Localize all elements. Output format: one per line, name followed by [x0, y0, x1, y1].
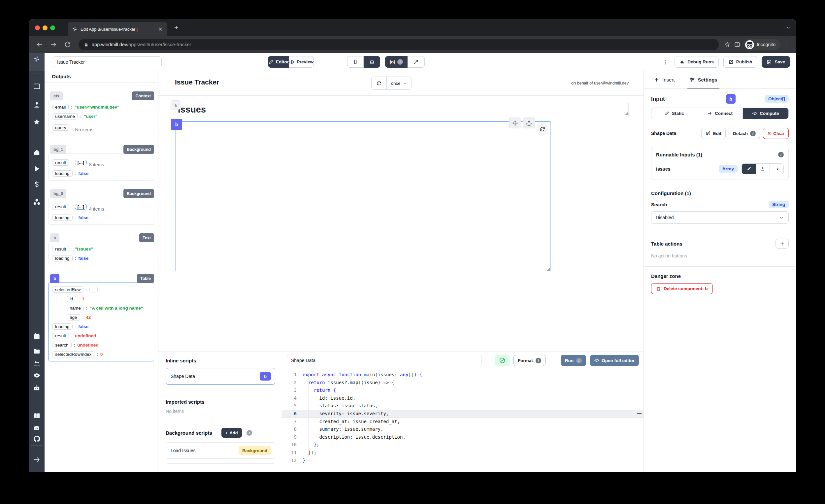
- table-component-b[interactable]: [175, 122, 550, 271]
- output-key[interactable]: username: [52, 113, 78, 120]
- refresh-app-button[interactable]: [371, 77, 387, 90]
- resources-icon[interactable]: [33, 198, 41, 206]
- workers-icon[interactable]: [33, 384, 41, 391]
- output-row[interactable]: result:[...]4 items ,: [52, 202, 150, 212]
- code-line[interactable]: 2 return issues?.map((issue) => {: [282, 379, 644, 387]
- forward-icon[interactable]: [50, 41, 57, 48]
- collapse-icon[interactable]: [33, 456, 41, 463]
- output-key[interactable]: selectedRow: [52, 286, 83, 293]
- code-line[interactable]: 4 id: issue.id,: [282, 394, 644, 402]
- code-line[interactable]: 12}: [282, 457, 644, 465]
- window-close-button[interactable]: [35, 25, 40, 30]
- tab-insert[interactable]: Insert: [654, 71, 675, 88]
- folders-icon[interactable]: [33, 347, 41, 355]
- output-row[interactable]: search:undefined: [52, 342, 150, 348]
- browser-menu-icon[interactable]: [783, 41, 790, 48]
- output-row[interactable]: selectedRowIndex:0: [52, 351, 150, 357]
- output-key[interactable]: result: [52, 246, 69, 252]
- resize-handle[interactable]: [547, 268, 550, 271]
- output-key[interactable]: loading: [52, 215, 73, 221]
- anchor-button[interactable]: [523, 118, 535, 128]
- expand-chip[interactable]: -: [89, 287, 98, 292]
- desktop-toggle[interactable]: [364, 56, 380, 68]
- tab-close-icon[interactable]: ✕: [158, 26, 163, 32]
- app-menu-icon[interactable]: [662, 59, 669, 65]
- refresh-mode-dropdown[interactable]: once: [387, 77, 411, 90]
- windmill-logo-icon[interactable]: [33, 55, 41, 63]
- clear-button[interactable]: ✕Clear: [763, 128, 789, 139]
- expand-chip[interactable]: [...]: [75, 204, 87, 210]
- groups-icon[interactable]: [33, 359, 41, 367]
- output-row[interactable]: query:No items: [52, 123, 150, 132]
- mode-static[interactable]: Static: [652, 108, 697, 119]
- code-line[interactable]: 11 });: [282, 449, 644, 457]
- code-line[interactable]: 9 description: issue.description,: [282, 433, 644, 441]
- expand-chip[interactable]: [...]: [75, 160, 87, 165]
- output-key[interactable]: selectedRowIndex: [52, 351, 94, 357]
- diff-toggle[interactable]: |o|i: [385, 56, 407, 68]
- runs-icon[interactable]: [33, 165, 41, 172]
- output-row[interactable]: id:1: [52, 296, 150, 302]
- user-icon[interactable]: [33, 101, 41, 109]
- output-row[interactable]: result:[...]8 items ,: [52, 157, 150, 167]
- output-key[interactable]: query: [52, 125, 69, 131]
- script-item[interactable]: Shape Datab: [166, 368, 275, 384]
- output-key[interactable]: search: [52, 342, 72, 348]
- code-line[interactable]: 10 };: [282, 441, 644, 449]
- mode-connect[interactable]: Connect: [697, 108, 743, 119]
- output-key[interactable]: result: [52, 333, 69, 339]
- detach-button[interactable]: Detachi: [729, 128, 760, 139]
- browser-tab[interactable]: Edit App u/user/issue-tracker | ✕: [68, 22, 167, 36]
- code-line[interactable]: 1export async function main(issues: any[…: [282, 371, 644, 379]
- output-row[interactable]: result:undefined: [52, 333, 150, 339]
- code-line[interactable]: 6 severity: issue.severity,: [282, 410, 644, 418]
- output-key[interactable]: loading: [52, 323, 73, 330]
- output-key[interactable]: loading: [52, 170, 73, 176]
- output-card-tag[interactable]: a: [50, 233, 59, 242]
- output-card-tag[interactable]: b: [50, 274, 59, 283]
- source-user[interactable]: [756, 164, 769, 174]
- preview-tab[interactable]: Preview: [289, 56, 314, 68]
- app-canvas[interactable]: a Issues b: [158, 96, 644, 352]
- variables-icon[interactable]: [33, 181, 41, 188]
- mobile-toggle[interactable]: [347, 56, 364, 68]
- add-background-script-button[interactable]: +Add: [221, 428, 242, 438]
- favorites-icon[interactable]: [33, 118, 41, 126]
- resize-handle[interactable]: [625, 112, 628, 115]
- output-card-tag[interactable]: bg_0: [50, 189, 66, 198]
- output-row[interactable]: result:"Issues": [52, 246, 150, 252]
- search-select[interactable]: Disabled: [651, 211, 789, 224]
- script-item[interactable]: Load IssuesBackground: [166, 442, 275, 459]
- code-line[interactable]: 8 summary: issue.summary,: [282, 425, 644, 433]
- component-b-tag[interactable]: b: [171, 119, 182, 130]
- github-icon[interactable]: [33, 435, 41, 443]
- output-key[interactable]: result: [52, 204, 69, 210]
- editor-tab[interactable]: Editor: [268, 56, 289, 68]
- new-tab-button[interactable]: +: [174, 24, 178, 32]
- component-a-tag[interactable]: a: [171, 101, 180, 109]
- open-full-editor-button[interactable]: </>Open full editor: [590, 355, 639, 366]
- output-row[interactable]: loading:false: [52, 215, 150, 221]
- window-minimize-button[interactable]: [43, 25, 48, 30]
- output-row[interactable]: email:"user@windmill.dev": [52, 104, 150, 110]
- output-row[interactable]: age:42: [52, 314, 150, 320]
- apps-icon[interactable]: [33, 82, 41, 90]
- fullscreen-toggle[interactable]: [407, 56, 425, 68]
- app-name-input[interactable]: [53, 57, 162, 67]
- tab-list-chevron-icon[interactable]: [785, 24, 791, 30]
- run-button[interactable]: Runi: [561, 355, 586, 366]
- output-key[interactable]: age: [67, 314, 80, 320]
- address-bar[interactable]: app.windmill.dev/apps/edit/u/user/issue-…: [79, 39, 719, 50]
- component-refresh-button[interactable]: [537, 124, 548, 135]
- output-row[interactable]: username:"user": [52, 113, 150, 120]
- list-item[interactable]: [166, 463, 275, 467]
- output-key[interactable]: result: [52, 159, 69, 166]
- bookmark-icon[interactable]: [724, 41, 731, 48]
- debug-runs-button[interactable]: Debug Runs: [675, 56, 719, 68]
- format-button[interactable]: Formati: [514, 355, 545, 366]
- output-key[interactable]: email: [52, 104, 69, 110]
- source-connect[interactable]: [769, 164, 783, 174]
- save-button[interactable]: Save: [762, 56, 790, 68]
- script-name-input[interactable]: [287, 355, 481, 366]
- code-line[interactable]: 3 return {: [282, 386, 644, 394]
